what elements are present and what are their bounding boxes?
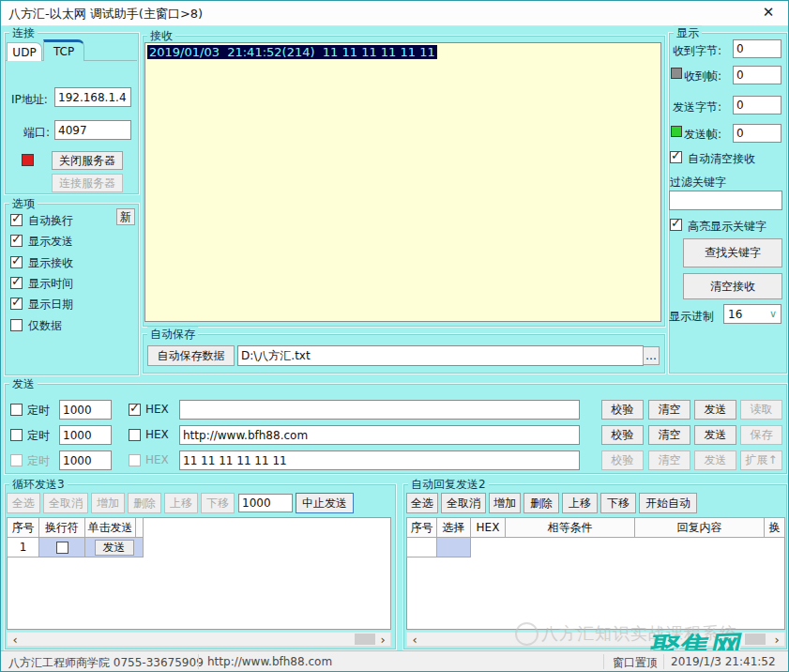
send-input-2[interactable] (179, 425, 580, 445)
find-keyword-button[interactable]: 查找关键字 (683, 238, 782, 267)
close-icon[interactable]: ✕ (758, 4, 779, 23)
reply-move-up-button[interactable]: 上移 (562, 493, 598, 513)
save-button-2[interactable]: 保存 (740, 425, 782, 445)
reply-header-content[interactable]: 回复内容 (634, 517, 765, 538)
loop-interval-input[interactable] (238, 494, 293, 512)
auto-reply-group-label: 自动回复发送2 (408, 477, 489, 493)
reply-header-condition[interactable]: 相等条件 (505, 517, 635, 538)
reply-add-button[interactable]: 增加 (489, 493, 521, 513)
new-button[interactable]: 新 (116, 208, 135, 225)
interval-input-2[interactable] (59, 425, 112, 445)
send-input-1[interactable] (179, 400, 580, 420)
connect-server-button[interactable]: 连接服务器 (52, 174, 123, 192)
ip-input[interactable] (54, 87, 131, 107)
clear-button-2[interactable]: 清空 (648, 425, 690, 445)
filter-input[interactable] (669, 191, 782, 210)
close-server-button[interactable]: 关闭服务器 (52, 151, 123, 170)
show-send-label: 显示发送 (28, 234, 73, 250)
hex-checkbox-2[interactable] (129, 429, 141, 441)
sent-frame-swatch (671, 126, 682, 137)
hex-label-3: HEX (145, 453, 169, 466)
data-only-label: 仅数据 (28, 318, 62, 334)
loop-header-newline[interactable]: 换行符 (38, 517, 85, 538)
tab-udp[interactable]: UDP (7, 42, 42, 61)
send-button-2[interactable]: 发送 (694, 425, 736, 445)
reply-deselect-all-button[interactable]: 全取消 (441, 493, 486, 513)
clear-button-3[interactable]: 清空 (648, 451, 690, 470)
start-auto-button[interactable]: 开始自动 (639, 493, 697, 513)
loop-add-button[interactable]: 增加 (91, 493, 125, 513)
send-button-3[interactable]: 发送 (694, 451, 736, 470)
reply-header-newline[interactable]: 换 (764, 517, 785, 538)
show-send-checkbox[interactable] (10, 235, 23, 247)
scroll-left-icon[interactable]: ‹ (407, 633, 422, 646)
verify-button-3[interactable]: 校验 (601, 451, 644, 470)
reply-header-hex[interactable]: HEX (470, 517, 506, 538)
send-input-3[interactable] (179, 451, 580, 470)
reply-row-select-cell[interactable] (436, 537, 471, 557)
hex-label-2: HEX (145, 428, 169, 441)
read-button-1[interactable]: 读取 (740, 400, 782, 420)
timer-checkbox-3[interactable] (10, 454, 23, 466)
loop-row-send-button[interactable]: 发送 (95, 540, 134, 556)
loop-header-click-send[interactable]: 单击发送 (84, 517, 136, 538)
clear-receive-button[interactable]: 清空接收 (683, 273, 782, 299)
reply-header-index[interactable]: 序号 (406, 517, 437, 538)
show-date-checkbox[interactable] (10, 298, 23, 310)
options-group-label: 选项 (9, 196, 38, 212)
loop-row-newline-checkbox[interactable] (56, 542, 68, 554)
reply-move-down-button[interactable]: 下移 (600, 493, 636, 513)
port-input[interactable] (54, 120, 131, 140)
abort-send-button[interactable]: 中止发送 (296, 493, 354, 513)
interval-input-1[interactable] (59, 400, 112, 420)
auto-clear-checkbox[interactable] (670, 151, 682, 163)
loop-delete-button[interactable]: 删除 (128, 493, 161, 513)
autosave-path-input[interactable] (237, 345, 644, 366)
data-only-checkbox[interactable] (10, 319, 23, 331)
loop-row-newline-cell[interactable] (38, 537, 85, 557)
base-select[interactable]: 16 ∨ (723, 304, 781, 324)
sent-frames-label: 发送帧: (684, 127, 721, 143)
autowrap-checkbox[interactable] (10, 214, 23, 226)
clear-button-1[interactable]: 清空 (648, 400, 690, 420)
loop-header-index[interactable]: 序号 (7, 517, 39, 538)
verify-button-2[interactable]: 校验 (601, 425, 644, 445)
receive-textarea[interactable]: 2019/01/03 21:41:52(214) 11 11 11 11 11 … (144, 42, 661, 322)
status-time-text: 2019/1/3 21:41:52 (671, 655, 776, 668)
send-button-1[interactable]: 发送 (694, 400, 736, 420)
autosave-button[interactable]: 自动保存数据 (147, 345, 235, 366)
browse-button[interactable]: … (643, 346, 660, 365)
show-receive-checkbox[interactable] (10, 256, 23, 268)
scroll-left-icon[interactable]: ‹ (8, 633, 23, 646)
verify-button-1[interactable]: 校验 (601, 400, 644, 420)
interval-input-3[interactable] (59, 451, 112, 470)
hex-checkbox-1[interactable] (129, 404, 141, 416)
loop-send-hscrollbar[interactable]: ‹ › (7, 632, 391, 647)
show-time-checkbox[interactable] (10, 277, 23, 289)
reply-scroll-thumb[interactable] (745, 634, 766, 645)
timer-checkbox-2[interactable] (10, 429, 23, 441)
chevron-down-icon: ∨ (769, 308, 777, 320)
status-school-text: 八方汇工程师商学院 0755-33675909 (8, 655, 204, 671)
hex-checkbox-3[interactable] (129, 454, 141, 466)
timer-checkbox-1[interactable] (10, 404, 23, 416)
highlight-keyword-checkbox[interactable] (670, 219, 682, 231)
reply-delete-button[interactable]: 删除 (523, 493, 559, 513)
highlight-keyword-label: 高亮显示关键字 (688, 219, 766, 235)
status-separator (198, 654, 199, 669)
loop-move-up-button[interactable]: 上移 (164, 493, 198, 513)
expand-button-3[interactable]: 扩展↑ (740, 451, 782, 470)
recv-bytes-value (733, 39, 781, 58)
loop-select-all-button[interactable]: 全选 (7, 493, 40, 513)
scroll-right-icon[interactable]: › (769, 633, 784, 646)
scroll-right-icon[interactable]: › (375, 633, 390, 646)
tab-tcp[interactable]: TCP (43, 39, 84, 61)
recv-frame-swatch (671, 68, 682, 79)
loop-deselect-all-button[interactable]: 全取消 (43, 493, 88, 513)
loop-row-index: 1 (7, 537, 39, 557)
reply-header-select[interactable]: 选择 (436, 517, 471, 538)
loop-scroll-thumb[interactable] (355, 634, 375, 645)
loop-move-down-button[interactable]: 下移 (201, 493, 235, 513)
status-pin-toggle[interactable]: 窗口置顶 (613, 655, 658, 671)
reply-select-all-button[interactable]: 全选 (406, 493, 438, 513)
